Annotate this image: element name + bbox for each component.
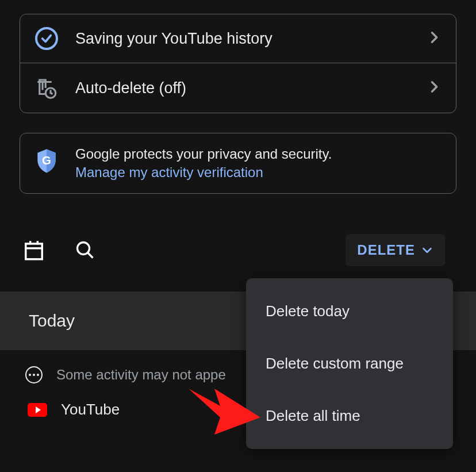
- check-circle-icon: [34, 27, 59, 50]
- saving-history-label: Saving your YouTube history: [75, 30, 410, 48]
- delete-button[interactable]: DELETE: [346, 234, 445, 266]
- manage-verification-link[interactable]: Manage my activity verification: [75, 164, 442, 181]
- chevron-right-icon: [426, 29, 442, 48]
- shield-icon: G: [34, 146, 59, 174]
- auto-delete-row[interactable]: Auto-delete (off): [20, 63, 456, 113]
- delete-all-time-item[interactable]: Delete all time: [246, 390, 453, 442]
- delete-dropdown: Delete today Delete custom range Delete …: [246, 278, 453, 449]
- calendar-icon[interactable]: [23, 239, 45, 261]
- service-label: YouTube: [61, 401, 120, 419]
- svg-line-7: [88, 253, 93, 258]
- chevron-down-icon: [421, 244, 433, 256]
- delete-today-item[interactable]: Delete today: [246, 285, 453, 337]
- activity-notice-text: Some activity may not appe: [56, 367, 226, 383]
- privacy-card: G Google protects your privacy and secur…: [20, 133, 456, 194]
- search-icon[interactable]: [75, 240, 95, 260]
- auto-delete-icon: [34, 76, 59, 100]
- more-icon[interactable]: [25, 366, 43, 383]
- youtube-icon: [28, 403, 47, 417]
- chevron-right-icon: [426, 79, 442, 97]
- auto-delete-label: Auto-delete (off): [75, 79, 410, 97]
- delete-button-label: DELETE: [357, 242, 415, 258]
- activity-toolbar: DELETE: [20, 234, 456, 266]
- svg-rect-2: [26, 244, 43, 259]
- settings-card: Saving your YouTube history Auto-delete …: [20, 14, 456, 113]
- privacy-text: Google protects your privacy and securit…: [75, 146, 442, 162]
- delete-custom-range-item[interactable]: Delete custom range: [246, 337, 453, 390]
- saving-history-row[interactable]: Saving your YouTube history: [20, 14, 456, 63]
- svg-text:G: G: [42, 154, 51, 167]
- svg-point-6: [78, 243, 90, 255]
